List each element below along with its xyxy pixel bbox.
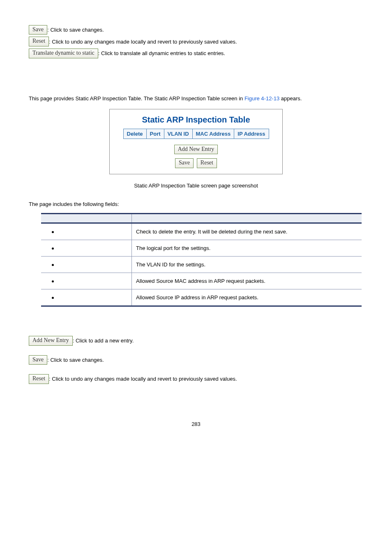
bullet-icon xyxy=(52,280,54,282)
bullet-icon xyxy=(52,297,54,299)
figure-ref-link[interactable]: Figure 4-12-13 xyxy=(244,95,279,102)
fields-h1 xyxy=(41,214,132,223)
row-desc: Check to delete the entry. It will be de… xyxy=(132,223,362,240)
reset-desc: : Click to undo any changes made locally… xyxy=(49,38,237,44)
table-row: Allowed Source MAC address in ARP reques… xyxy=(41,273,362,289)
save-desc-2: : Click to save changes. xyxy=(47,356,104,363)
intro-pre: This page provides Static ARP Inspection… xyxy=(29,95,244,102)
screenshot-reset-button: Reset xyxy=(197,158,217,168)
intro-post: appears. xyxy=(279,95,302,102)
save-button-image: Save xyxy=(29,25,47,35)
save-button-image-2: Save xyxy=(29,355,47,365)
translate-desc: : Click to translate all dynamic entries… xyxy=(98,50,225,56)
screenshot-caption: Static ARP Inspection Table screen page … xyxy=(29,183,363,189)
table-row: The VLAN ID for the settings. xyxy=(41,257,362,273)
screenshot-title: Static ARP Inspection Table xyxy=(114,115,278,125)
add-entry-desc: : Click to add a new entry. xyxy=(73,338,134,344)
col-port: Port xyxy=(146,129,164,139)
screenshot-save-button: Save xyxy=(175,158,194,168)
reset-button-image: Reset xyxy=(29,37,49,46)
section-intro: This page provides Static ARP Inspection… xyxy=(29,95,363,102)
reset-button-image-2: Reset xyxy=(29,374,49,384)
add-entry-button-image: Add New Entry xyxy=(29,336,73,346)
row-desc: Allowed Source IP address in ARP request… xyxy=(132,289,362,306)
row-desc: Allowed Source MAC address in ARP reques… xyxy=(132,273,362,289)
page-number: 283 xyxy=(29,421,363,427)
col-ip: IP Address xyxy=(234,129,269,139)
table-row: Allowed Source IP address in ARP request… xyxy=(41,289,362,306)
fields-table: Check to delete the entry. It will be de… xyxy=(41,213,362,307)
save-desc: : Click to save changes. xyxy=(47,27,104,33)
col-delete: Delete xyxy=(123,129,146,139)
bullet-icon xyxy=(52,247,54,250)
col-mac: MAC Address xyxy=(192,129,234,139)
row-desc: The logical port for the settings. xyxy=(132,240,362,257)
fields-h2 xyxy=(132,214,362,223)
fields-intro: The page includes the following fields: xyxy=(29,201,363,207)
screenshot-header-table: Delete Port VLAN ID MAC Address IP Addre… xyxy=(123,129,269,139)
reset-desc-2: : Click to undo any changes made locally… xyxy=(49,376,237,382)
screenshot-panel: Static ARP Inspection Table Delete Port … xyxy=(109,109,283,175)
table-row: Check to delete the entry. It will be de… xyxy=(41,223,362,240)
bullet-icon xyxy=(52,231,54,233)
translate-button-image: Translate dynamic to static xyxy=(29,49,98,58)
bullet-icon xyxy=(52,264,54,266)
col-vlanid: VLAN ID xyxy=(164,129,192,139)
row-desc: The VLAN ID for the settings. xyxy=(132,257,362,273)
table-row: The logical port for the settings. xyxy=(41,240,362,257)
screenshot-add-button: Add New Entry xyxy=(174,145,218,155)
